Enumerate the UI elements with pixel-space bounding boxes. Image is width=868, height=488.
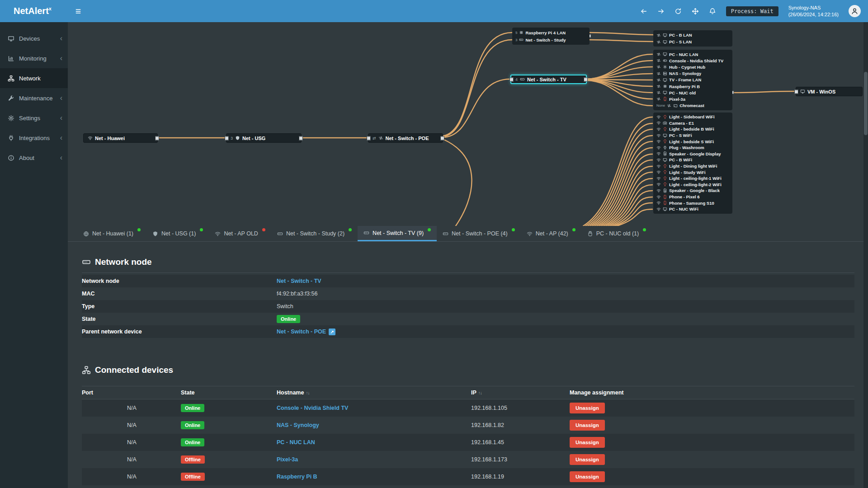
- sidebar-item-network[interactable]: Network: [0, 68, 68, 88]
- topology-device-light-ceiling-light-1-wifi[interactable]: Light - ceiling-light-1 WiFi: [653, 175, 732, 182]
- hostname-cell: NAS - Synology: [277, 422, 471, 428]
- topology-device-speaker-google-black[interactable]: Speaker - Google - Black: [653, 188, 732, 194]
- topology-device-console-nvidia-shield-tv[interactable]: Console - Nvidia Shield TV: [653, 57, 732, 64]
- topology-device-pc-b-lan[interactable]: PC - B LAN: [653, 32, 732, 38]
- unassign-button[interactable]: Unassign: [570, 437, 605, 448]
- tab-net-usg-1[interactable]: Net - USG (1): [146, 226, 209, 241]
- topology-device-light-sideboard-wifi[interactable]: Light - Sideboard WiFi: [653, 114, 732, 120]
- monitor-icon: [800, 89, 805, 94]
- hostname-link[interactable]: Pixel-3a: [277, 456, 298, 463]
- device-row-console-nvidia-shield-tv: N/AOnlineConsole - Nvidia Shield TV192.1…: [82, 399, 854, 417]
- topology-device-plug-washroom[interactable]: Plug - Washroom: [653, 145, 732, 151]
- eth-icon: [656, 78, 661, 82]
- topology-device-chromecast[interactable]: NoneChromecast: [653, 103, 732, 109]
- sitemap-icon: [8, 75, 14, 82]
- sidebar-item-label: Maintenance: [19, 95, 56, 102]
- hostname-link[interactable]: Console - Nvidia Shield TV: [277, 405, 348, 411]
- topology-device-phone-pixel-6[interactable]: Phone - Pixel 6: [653, 194, 732, 200]
- topology-device-light-ceiling-light-2-wifi[interactable]: Light - ceiling-light-2 WiFi: [653, 182, 732, 188]
- process-status-badge: Process: Wait: [726, 6, 778, 16]
- topology-device-tv-frame-lan[interactable]: TV - Frame LAN: [653, 77, 732, 83]
- sidebar-item-integrations[interactable]: Integrations: [0, 128, 68, 148]
- network-node-link[interactable]: Net - Switch - TV: [277, 278, 321, 284]
- topology-device-nas-synology[interactable]: NAS - Synology: [653, 70, 732, 77]
- topology-device-light-bedside-b-wifi[interactable]: Light - bedside B WiFi: [653, 126, 732, 132]
- hostname-link[interactable]: NAS - Synology: [277, 422, 319, 428]
- column-header-label: IP: [471, 389, 476, 396]
- gear-icon: [8, 115, 14, 122]
- sidebar-item-label: Network: [19, 75, 62, 82]
- tab-net-switch-tv-9[interactable]: Net - Switch - TV (9): [358, 226, 437, 241]
- chevron-left-icon: [60, 94, 62, 102]
- sidebar-item-settings[interactable]: Settings: [0, 108, 68, 128]
- bell-icon: [709, 8, 716, 15]
- bell-button[interactable]: [709, 8, 716, 15]
- topology-node-net-switch-tv[interactable]: 4Net - Switch - TV: [510, 75, 587, 84]
- topology-device-net-switch-study[interactable]: 3Net - Switch - Study: [512, 36, 590, 43]
- topology-device-speaker-google-display[interactable]: Speaker - Google Display: [653, 151, 732, 157]
- sidebar-item-maintenance[interactable]: Maintenance: [0, 88, 68, 108]
- tab-net-ap-42[interactable]: Net - AP (42): [521, 226, 581, 241]
- unassign-button[interactable]: Unassign: [570, 471, 605, 482]
- arrow-right-button[interactable]: [657, 8, 665, 15]
- tab-pc-nuc-old-1[interactable]: PC - NUC old (1): [581, 226, 652, 241]
- monitor-icon: [663, 40, 667, 44]
- topology-node-vm-winos[interactable]: VM - WinOS: [796, 87, 863, 96]
- tab-label: Net - Switch - TV (9): [373, 230, 424, 236]
- wifi-icon: [656, 188, 661, 193]
- unassign-button[interactable]: Unassign: [570, 454, 605, 465]
- arrow-left-button[interactable]: [640, 8, 647, 15]
- topology-device-pc-s-lan[interactable]: PC - S LAN: [653, 38, 732, 45]
- topology-device-pc-nuc-wifi[interactable]: PC - NUC WiFi: [653, 206, 732, 212]
- sort-icon[interactable]: [478, 390, 482, 395]
- hostname-link[interactable]: Raspberry Pi B: [277, 474, 317, 480]
- sidebar-item-devices[interactable]: Devices: [0, 28, 68, 48]
- tab-net-switch-study-2[interactable]: Net - Switch - Study (2): [271, 226, 358, 241]
- topology-device-raspberry-pi-4-lan[interactable]: 5Raspberry Pi 4 LAN: [512, 29, 590, 36]
- sidebar-item-about[interactable]: About: [0, 148, 68, 168]
- port-cell: N/A: [82, 439, 181, 446]
- topology-device-light-study-wifi[interactable]: Light - Study WiFi: [653, 169, 732, 175]
- topology-node-net-switch-poe[interactable]: ⇄Net - Switch - POE: [368, 133, 443, 143]
- section-title: Connected devices: [95, 365, 173, 375]
- topology-device-pc-nuc-lan[interactable]: PC - NUC LAN: [653, 51, 732, 57]
- external-link-icon[interactable]: ↗: [329, 328, 335, 335]
- topology-device-raspberry-pi-b[interactable]: Raspberry Pi B: [653, 83, 732, 89]
- topology-device-light-dining-light-wifi[interactable]: Light - Dining light WiFi: [653, 163, 732, 169]
- phone-icon: [663, 97, 667, 101]
- unassign-button[interactable]: Unassign: [570, 420, 605, 431]
- move-button[interactable]: [692, 8, 699, 15]
- manage-cell: Unassign: [570, 437, 854, 448]
- tab-net-ap-old[interactable]: Net - AP OLD: [209, 226, 271, 241]
- wrench-icon: [8, 95, 14, 102]
- topology-device-pc-s-wifi[interactable]: PC - S WiFi: [653, 132, 732, 139]
- monitor-icon: [663, 207, 667, 211]
- header-nav-icons: [640, 8, 716, 15]
- topology-node-net-huawei[interactable]: Net - Huawei: [83, 133, 158, 143]
- topology-device-pc-nuc-old[interactable]: PC - NUC old: [653, 89, 732, 96]
- topology-device-pc-b-wifi[interactable]: PC - B WiFi: [653, 157, 732, 163]
- wifi-icon: [656, 164, 661, 169]
- sort-icon[interactable]: [306, 390, 309, 395]
- app-logo[interactable]: NetAlertx: [0, 6, 68, 16]
- topology-device-camera-e1[interactable]: Camera - E1: [653, 120, 732, 127]
- scrollbar-thumb[interactable]: [864, 72, 868, 135]
- topology-node-net-usg[interactable]: 3Net - USG: [226, 133, 302, 143]
- user-avatar[interactable]: [849, 5, 861, 17]
- parent-network-device-link[interactable]: Net - Switch - POE: [277, 328, 326, 335]
- topology-device-phone-samsung-s10[interactable]: Phone - Samsung S10: [653, 200, 732, 206]
- tab-net-switch-poe-4[interactable]: Net - Switch - POE (4): [437, 226, 521, 241]
- topology-device-hub-cygnet-hub[interactable]: Hub - Cygnet Hub: [653, 64, 732, 70]
- unassign-button[interactable]: Unassign: [570, 403, 605, 413]
- topology-device-pixel-3a[interactable]: Pixel-3a: [653, 96, 732, 102]
- refresh-button[interactable]: [675, 8, 682, 15]
- column-header-hostname[interactable]: Hostname: [277, 389, 471, 396]
- hostname-link[interactable]: PC - NUC LAN: [277, 439, 315, 446]
- topology-device-light-bedside-s-wifi[interactable]: Light - bedside S WiFi: [653, 138, 732, 145]
- topology-group: PC - NUC LANConsole - Nvidia Shield TVHu…: [653, 50, 732, 110]
- sidebar-item-monitoring[interactable]: Monitoring: [0, 48, 68, 68]
- sidebar-toggle-button[interactable]: ≡: [68, 6, 89, 17]
- column-header-ip[interactable]: IP: [471, 389, 570, 396]
- tab-label: Net - AP OLD: [224, 230, 258, 237]
- tab-net-huawei-1[interactable]: Net - Huawei (1): [77, 226, 146, 241]
